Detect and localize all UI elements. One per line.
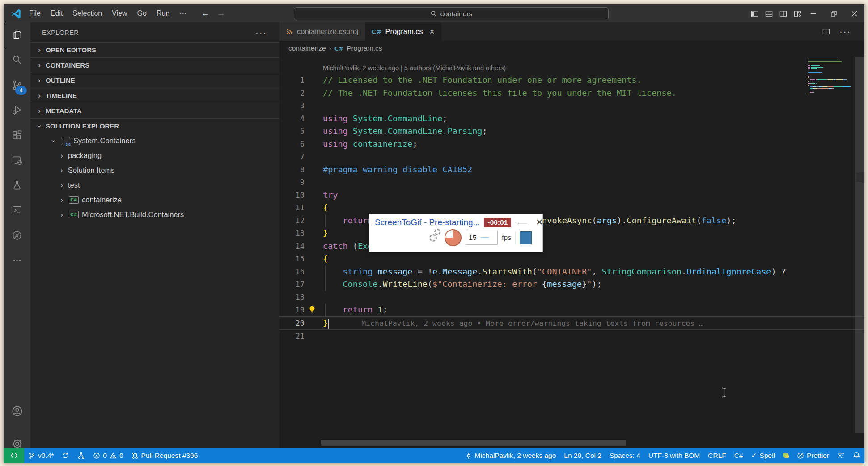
encoding-status[interactable]: UTF-8 with BOM	[644, 448, 704, 463]
restore-button[interactable]	[823, 4, 844, 22]
line-number[interactable]: 2	[279, 87, 305, 100]
tree-item-packaging[interactable]: packaging	[30, 148, 279, 163]
menu-more[interactable]: ⋯	[174, 9, 191, 18]
fps-input-box[interactable]	[466, 231, 498, 245]
close-window-button[interactable]	[844, 4, 864, 22]
split-editor-icon[interactable]	[822, 27, 830, 36]
codelens-authors[interactable]: MichalPavlik, 2 weeks ago | 5 authors (M…	[323, 62, 864, 74]
prettier-status[interactable]: Prettier	[793, 448, 833, 463]
settings-gear-icon[interactable]	[4, 438, 30, 450]
extension-status[interactable]	[779, 448, 793, 463]
command-center-search[interactable]: containers	[294, 7, 609, 20]
sync-status[interactable]	[58, 448, 73, 463]
remote-indicator[interactable]	[4, 448, 24, 463]
activity-terminal-icon[interactable]	[4, 198, 30, 223]
toggle-secondary-sidebar-icon[interactable]	[779, 9, 788, 18]
line-number[interactable]: 11	[279, 201, 305, 214]
commit-graph-status[interactable]	[73, 448, 89, 463]
lightbulb-icon[interactable]	[308, 305, 316, 315]
line-number[interactable]: 15	[279, 252, 305, 265]
section-solution-explorer[interactable]: SOLUTION EXPLORER	[30, 118, 279, 133]
line-number[interactable]: 13	[279, 227, 305, 240]
line-number[interactable]: 7	[279, 150, 305, 163]
overlay-close-icon[interactable]: ✕	[536, 217, 543, 227]
toggle-sidebar-icon[interactable]	[750, 9, 759, 18]
activity-extensions-icon[interactable]	[4, 123, 30, 148]
fps-slider[interactable]	[481, 237, 489, 238]
menu-file[interactable]: File	[24, 9, 46, 17]
minimap[interactable]	[808, 60, 853, 97]
overlay-minimize-icon[interactable]: —	[518, 220, 527, 225]
section-metadata[interactable]: METADATA	[30, 103, 279, 118]
close-tab-icon[interactable]: ✕	[429, 28, 435, 36]
editor-more-actions-icon[interactable]: ···	[839, 26, 851, 37]
customize-layout-icon[interactable]	[793, 9, 802, 18]
minimize-button[interactable]	[803, 4, 823, 22]
section-timeline[interactable]: TIMELINE	[30, 88, 279, 103]
line-number[interactable]: 10	[279, 189, 305, 202]
activity-search-icon[interactable]	[4, 47, 30, 73]
line-number[interactable]: 14	[279, 240, 305, 253]
toggle-panel-icon[interactable]	[765, 9, 773, 18]
section-containers[interactable]: CONTAINERS	[30, 57, 279, 73]
branch-status[interactable]: v0.4*	[24, 448, 58, 463]
settings-gears-icon[interactable]	[429, 234, 440, 242]
breadcrumb-folder[interactable]: containerize	[288, 44, 326, 52]
fps-input[interactable]	[469, 234, 478, 242]
line-number[interactable]: 8	[279, 163, 305, 176]
tree-item-test[interactable]: test	[30, 178, 279, 192]
line-number[interactable]: 17	[279, 278, 305, 291]
feedback-status[interactable]	[833, 448, 849, 463]
record-button[interactable]	[520, 231, 532, 244]
tree-item-containerize[interactable]: C# containerize	[30, 192, 279, 207]
line-number[interactable]: 12	[279, 214, 305, 227]
tab-containerize-csproj[interactable]: containerize.csproj	[279, 22, 365, 41]
tree-item-system-containers[interactable]: System.Containers	[30, 133, 279, 148]
eol-status[interactable]: CRLF	[704, 448, 730, 463]
line-number[interactable]: 16	[279, 265, 305, 278]
tree-item-solution-items[interactable]: Solution Items	[30, 163, 279, 178]
section-outline[interactable]: OUTLINE	[30, 73, 279, 88]
problems-status[interactable]: 0 0	[89, 448, 127, 463]
navigate-forward-icon[interactable]: →	[217, 9, 225, 18]
activity-source-control-icon[interactable]: 4	[4, 73, 30, 98]
line-number[interactable]: 3	[279, 99, 305, 112]
line-number[interactable]: 4	[279, 112, 305, 125]
activity-testing-icon[interactable]	[4, 173, 30, 198]
indentation-status[interactable]: Spaces: 4	[605, 448, 644, 463]
menu-go[interactable]: Go	[132, 9, 152, 17]
line-number[interactable]: 9	[279, 176, 305, 189]
line-number[interactable]: 1	[279, 74, 305, 87]
pull-request-status[interactable]: Pull Request #396	[127, 448, 202, 463]
line-number[interactable]: 6	[279, 138, 305, 151]
cursor-position-status[interactable]: Ln 20, Col 2	[560, 448, 605, 463]
activity-remote-explorer-icon[interactable]	[4, 148, 30, 173]
language-mode-status[interactable]: C#	[730, 448, 747, 463]
line-number[interactable]: 5	[279, 125, 305, 138]
line-number[interactable]: 21	[279, 330, 305, 343]
vertical-scrollbar[interactable]	[855, 57, 864, 433]
activity-more-icon[interactable]	[4, 248, 30, 273]
menu-selection[interactable]: Selection	[68, 9, 107, 17]
tree-item-ms-net-build-containers[interactable]: C# Microsoft.NET.Build.Containers	[30, 207, 279, 222]
activity-run-debug-icon[interactable]	[4, 98, 30, 123]
activity-explorer-icon[interactable]	[4, 22, 30, 47]
menu-edit[interactable]: Edit	[46, 9, 68, 17]
menu-run[interactable]: Run	[152, 9, 174, 17]
section-open-editors[interactable]: OPEN EDITORS	[30, 42, 279, 57]
line-number[interactable]: 18	[279, 291, 305, 304]
line-number[interactable]: 20	[279, 317, 305, 330]
spell-checker-status[interactable]: ✓ Spell	[747, 448, 779, 463]
activity-compass-icon[interactable]	[4, 223, 30, 248]
breadcrumb-file[interactable]: Program.cs	[347, 44, 382, 52]
code-area[interactable]: MichalPavlik, 2 weeks ago | 5 authors (M…	[279, 56, 864, 448]
line-number[interactable]: 19	[279, 304, 305, 316]
navigate-back-icon[interactable]: ←	[201, 9, 210, 18]
notifications-status[interactable]	[849, 448, 864, 463]
menu-view[interactable]: View	[107, 9, 132, 17]
explorer-more-actions-icon[interactable]: ···	[255, 22, 267, 43]
horizontal-scrollbar[interactable]	[321, 440, 626, 446]
tab-program-cs[interactable]: C# Program.cs ✕	[365, 22, 442, 41]
accounts-icon[interactable]	[4, 405, 30, 417]
blame-author-status[interactable]: MichalPavlik, 2 weeks ago	[461, 448, 560, 463]
